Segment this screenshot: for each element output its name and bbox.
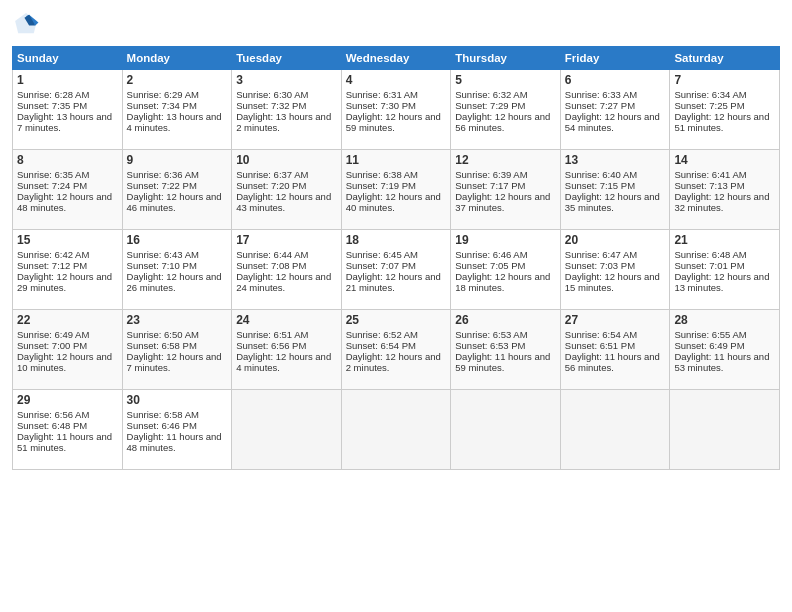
day-number: 26	[455, 313, 556, 327]
sunset: Sunset: 7:08 PM	[236, 260, 306, 271]
sunset: Sunset: 7:35 PM	[17, 100, 87, 111]
sunset: Sunset: 7:30 PM	[346, 100, 416, 111]
sunset: Sunset: 7:34 PM	[127, 100, 197, 111]
sunrise: Sunrise: 6:56 AM	[17, 409, 89, 420]
day-number: 21	[674, 233, 775, 247]
day-number: 19	[455, 233, 556, 247]
sunrise: Sunrise: 6:54 AM	[565, 329, 637, 340]
calendar-cell: 10Sunrise: 6:37 AMSunset: 7:20 PMDayligh…	[232, 150, 342, 230]
sunset: Sunset: 7:01 PM	[674, 260, 744, 271]
daylight-label: Daylight: 12 hours and 29 minutes.	[17, 271, 112, 293]
day-number: 27	[565, 313, 666, 327]
daylight-label: Daylight: 12 hours and 24 minutes.	[236, 271, 331, 293]
sunrise: Sunrise: 6:35 AM	[17, 169, 89, 180]
col-header-tuesday: Tuesday	[232, 47, 342, 70]
sunrise: Sunrise: 6:28 AM	[17, 89, 89, 100]
daylight-label: Daylight: 12 hours and 13 minutes.	[674, 271, 769, 293]
sunset: Sunset: 7:07 PM	[346, 260, 416, 271]
sunset: Sunset: 7:24 PM	[17, 180, 87, 191]
day-number: 7	[674, 73, 775, 87]
daylight-label: Daylight: 11 hours and 53 minutes.	[674, 351, 769, 373]
sunrise: Sunrise: 6:38 AM	[346, 169, 418, 180]
sunrise: Sunrise: 6:31 AM	[346, 89, 418, 100]
day-number: 12	[455, 153, 556, 167]
day-number: 20	[565, 233, 666, 247]
sunrise: Sunrise: 6:36 AM	[127, 169, 199, 180]
day-number: 10	[236, 153, 337, 167]
calendar-week-row: 29Sunrise: 6:56 AMSunset: 6:48 PMDayligh…	[13, 390, 780, 470]
sunset: Sunset: 7:25 PM	[674, 100, 744, 111]
calendar-cell: 30Sunrise: 6:58 AMSunset: 6:46 PMDayligh…	[122, 390, 232, 470]
calendar-cell: 24Sunrise: 6:51 AMSunset: 6:56 PMDayligh…	[232, 310, 342, 390]
sunrise: Sunrise: 6:47 AM	[565, 249, 637, 260]
sunrise: Sunrise: 6:34 AM	[674, 89, 746, 100]
calendar-week-row: 8Sunrise: 6:35 AMSunset: 7:24 PMDaylight…	[13, 150, 780, 230]
day-number: 3	[236, 73, 337, 87]
day-number: 2	[127, 73, 228, 87]
calendar-cell	[451, 390, 561, 470]
calendar-cell: 11Sunrise: 6:38 AMSunset: 7:19 PMDayligh…	[341, 150, 451, 230]
daylight-label: Daylight: 12 hours and 10 minutes.	[17, 351, 112, 373]
day-number: 14	[674, 153, 775, 167]
day-number: 18	[346, 233, 447, 247]
sunrise: Sunrise: 6:58 AM	[127, 409, 199, 420]
sunrise: Sunrise: 6:52 AM	[346, 329, 418, 340]
calendar-table: SundayMondayTuesdayWednesdayThursdayFrid…	[12, 46, 780, 470]
daylight-label: Daylight: 12 hours and 2 minutes.	[346, 351, 441, 373]
day-number: 8	[17, 153, 118, 167]
day-number: 6	[565, 73, 666, 87]
sunrise: Sunrise: 6:53 AM	[455, 329, 527, 340]
col-header-friday: Friday	[560, 47, 670, 70]
day-number: 11	[346, 153, 447, 167]
daylight-label: Daylight: 13 hours and 4 minutes.	[127, 111, 222, 133]
daylight-label: Daylight: 12 hours and 43 minutes.	[236, 191, 331, 213]
sunset: Sunset: 6:54 PM	[346, 340, 416, 351]
sunrise: Sunrise: 6:32 AM	[455, 89, 527, 100]
calendar-cell: 17Sunrise: 6:44 AMSunset: 7:08 PMDayligh…	[232, 230, 342, 310]
calendar-cell: 26Sunrise: 6:53 AMSunset: 6:53 PMDayligh…	[451, 310, 561, 390]
day-number: 9	[127, 153, 228, 167]
daylight-label: Daylight: 12 hours and 26 minutes.	[127, 271, 222, 293]
sunrise: Sunrise: 6:30 AM	[236, 89, 308, 100]
col-header-wednesday: Wednesday	[341, 47, 451, 70]
daylight-label: Daylight: 12 hours and 54 minutes.	[565, 111, 660, 133]
page-container: SundayMondayTuesdayWednesdayThursdayFrid…	[0, 0, 792, 480]
sunset: Sunset: 7:32 PM	[236, 100, 306, 111]
daylight-label: Daylight: 12 hours and 37 minutes.	[455, 191, 550, 213]
calendar-cell: 25Sunrise: 6:52 AMSunset: 6:54 PMDayligh…	[341, 310, 451, 390]
day-number: 13	[565, 153, 666, 167]
sunrise: Sunrise: 6:50 AM	[127, 329, 199, 340]
calendar-cell: 18Sunrise: 6:45 AMSunset: 7:07 PMDayligh…	[341, 230, 451, 310]
sunset: Sunset: 7:10 PM	[127, 260, 197, 271]
sunset: Sunset: 7:29 PM	[455, 100, 525, 111]
sunrise: Sunrise: 6:33 AM	[565, 89, 637, 100]
sunset: Sunset: 7:20 PM	[236, 180, 306, 191]
sunset: Sunset: 7:19 PM	[346, 180, 416, 191]
sunset: Sunset: 6:49 PM	[674, 340, 744, 351]
logo	[12, 10, 44, 38]
sunset: Sunset: 7:15 PM	[565, 180, 635, 191]
day-number: 1	[17, 73, 118, 87]
sunset: Sunset: 7:12 PM	[17, 260, 87, 271]
sunset: Sunset: 7:03 PM	[565, 260, 635, 271]
daylight-label: Daylight: 12 hours and 56 minutes.	[455, 111, 550, 133]
col-header-thursday: Thursday	[451, 47, 561, 70]
sunset: Sunset: 6:56 PM	[236, 340, 306, 351]
sunset: Sunset: 6:53 PM	[455, 340, 525, 351]
daylight-label: Daylight: 13 hours and 2 minutes.	[236, 111, 331, 133]
day-number: 16	[127, 233, 228, 247]
day-number: 24	[236, 313, 337, 327]
day-number: 4	[346, 73, 447, 87]
calendar-cell: 27Sunrise: 6:54 AMSunset: 6:51 PMDayligh…	[560, 310, 670, 390]
header	[12, 10, 780, 38]
daylight-label: Daylight: 13 hours and 7 minutes.	[17, 111, 112, 133]
col-header-saturday: Saturday	[670, 47, 780, 70]
sunset: Sunset: 7:27 PM	[565, 100, 635, 111]
day-number: 25	[346, 313, 447, 327]
daylight-label: Daylight: 12 hours and 48 minutes.	[17, 191, 112, 213]
calendar-cell: 8Sunrise: 6:35 AMSunset: 7:24 PMDaylight…	[13, 150, 123, 230]
sunrise: Sunrise: 6:37 AM	[236, 169, 308, 180]
sunrise: Sunrise: 6:40 AM	[565, 169, 637, 180]
daylight-label: Daylight: 12 hours and 21 minutes.	[346, 271, 441, 293]
calendar-cell: 21Sunrise: 6:48 AMSunset: 7:01 PMDayligh…	[670, 230, 780, 310]
